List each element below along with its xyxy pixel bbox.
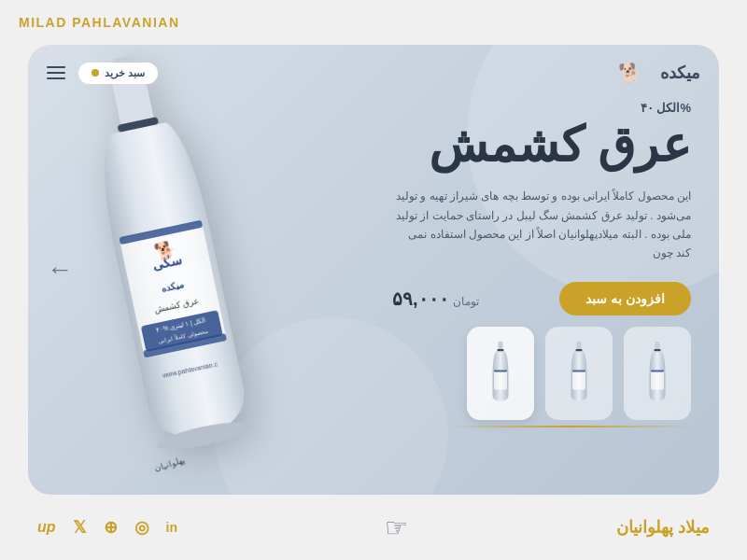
svg-rect-20: [577, 342, 582, 350]
bottom-bar: up 𝕏 ⊕ ◎ in ☞ میلاد پهلوانیان: [0, 495, 747, 560]
top-bar: MILAD PAHLAVANIAN: [0, 0, 747, 45]
svg-rect-25: [655, 349, 661, 352]
main-card: سبد خرید 🐕 میکده ← سگی: [28, 45, 719, 495]
svg-rect-18: [494, 371, 507, 390]
dog-icon: 🐕: [618, 62, 641, 84]
bottle-svg: سگی 🐕 میکده عرق کشمش ۴۰% الکل | ۱ لیتری …: [28, 45, 333, 495]
product-thumbnails: [467, 327, 691, 420]
brand-name: MILAD PAHLAVANIAN: [19, 15, 180, 30]
svg-rect-22: [572, 371, 585, 390]
price-display: تومان ۵۹,۰۰۰: [392, 287, 485, 310]
hamburger-menu[interactable]: [47, 66, 65, 79]
svg-rect-17: [498, 349, 504, 352]
cart-dot: [92, 69, 99, 77]
instagram-icon[interactable]: ◎: [134, 517, 149, 538]
svg-rect-24: [655, 342, 660, 350]
svg-rect-27: [651, 371, 664, 372]
dribbble-icon[interactable]: ⊕: [104, 517, 118, 538]
svg-rect-19: [494, 371, 507, 372]
linkedin-icon[interactable]: in: [166, 520, 177, 535]
svg-rect-23: [572, 371, 585, 372]
svg-rect-21: [576, 349, 583, 352]
thumbnail-1[interactable]: [467, 327, 534, 420]
svg-rect-16: [499, 342, 503, 350]
social-links: up 𝕏 ⊕ ◎ in: [37, 517, 177, 538]
nav-left: سبد خرید: [47, 63, 158, 84]
card-nav: سبد خرید 🐕 میکده: [47, 62, 700, 84]
price-unit: تومان: [453, 295, 479, 308]
thumbnail-divider: [448, 426, 691, 427]
cursor-icon: ☞: [385, 512, 408, 543]
svg-text:پهلوانیان: پهلوانیان: [153, 455, 187, 474]
price-row: افزودن به سبد تومان ۵۹,۰۰۰: [392, 282, 691, 315]
twitter-icon[interactable]: 𝕏: [73, 517, 87, 538]
cart-label: سبد خرید: [105, 67, 145, 79]
thumbnail-2[interactable]: [545, 327, 613, 420]
upwork-icon[interactable]: up: [37, 519, 56, 536]
add-to-cart-button[interactable]: افزودن به سبد: [559, 282, 691, 315]
price-value: ۵۹,۰۰۰: [392, 288, 449, 309]
cart-button[interactable]: سبد خرید: [78, 63, 158, 84]
site-logo: میکده: [660, 63, 700, 83]
back-arrow-button[interactable]: ←: [47, 255, 73, 285]
svg-rect-26: [651, 371, 664, 390]
alcohol-label: الکل ۴۰%: [392, 101, 691, 115]
product-info-panel: الکل ۴۰% عرق کشمش این محصول کاملاً ایران…: [392, 101, 691, 330]
bottom-brand: میلاد پهلوانیان: [616, 517, 710, 538]
product-description: این محصول کاملاً ایرانی بوده و توسط بچه …: [392, 187, 691, 263]
product-bottle-image: سگی 🐕 میکده عرق کشمش ۴۰% الکل | ۱ لیتری …: [28, 45, 345, 495]
thumbnail-3[interactable]: [624, 327, 691, 420]
product-title: عرق کشمش: [392, 119, 691, 172]
